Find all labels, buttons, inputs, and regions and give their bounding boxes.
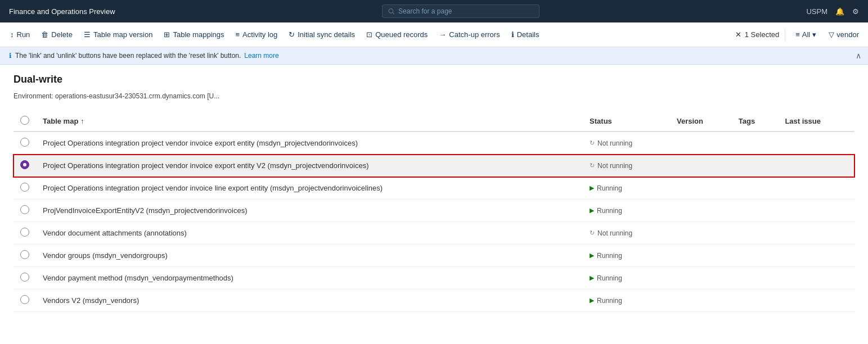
initial-sync-button[interactable]: ↻ Initial sync details bbox=[283, 22, 361, 47]
table-row[interactable]: Vendors V2 (msdyn_vendors)▶Running bbox=[14, 289, 854, 312]
row-radio-button[interactable] bbox=[20, 273, 29, 282]
version-cell bbox=[670, 222, 732, 245]
page-content: Dual-write Environment: operations-eastu… bbox=[0, 65, 868, 321]
run-button[interactable]: ↕ Run bbox=[5, 22, 35, 47]
row-radio-button[interactable] bbox=[20, 295, 29, 304]
row-radio-button[interactable] bbox=[20, 183, 29, 192]
tags-cell bbox=[732, 177, 779, 200]
selected-count: 1 Selected bbox=[745, 30, 779, 39]
tags-cell bbox=[732, 200, 779, 222]
row-checkbox-cell bbox=[14, 245, 36, 267]
close-selected-icon[interactable]: ✕ bbox=[735, 30, 741, 39]
status-text: Running bbox=[597, 252, 622, 260]
bell-icon[interactable]: 🔔 bbox=[835, 7, 844, 16]
table-row[interactable]: Vendor payment method (msdyn_vendorpayme… bbox=[14, 267, 854, 289]
tags-cell bbox=[732, 155, 779, 177]
table-map-version-icon: ☰ bbox=[84, 30, 91, 39]
table-row[interactable]: Vendor document attachments (annotations… bbox=[14, 222, 854, 245]
tags-cell bbox=[732, 289, 779, 312]
table-map-cell: Vendors V2 (msdyn_vendors) bbox=[36, 289, 583, 312]
filter-all-button[interactable]: ≡ All ▾ bbox=[791, 28, 821, 41]
status-text: Running bbox=[597, 184, 622, 192]
table-row[interactable]: Vendor groups (msdyn_vendorgroups)▶Runni… bbox=[14, 245, 854, 267]
details-button[interactable]: ℹ Details bbox=[506, 22, 545, 47]
global-search[interactable] bbox=[382, 4, 539, 18]
table-map-cell: ProjVendInvoiceExportEntityV2 (msdyn_pro… bbox=[36, 200, 583, 222]
version-cell bbox=[670, 177, 732, 200]
learn-more-link[interactable]: Learn more bbox=[244, 52, 278, 60]
last-issue-cell bbox=[778, 245, 854, 267]
details-icon: ℹ bbox=[511, 30, 514, 39]
status-cell: ↻Not running bbox=[583, 222, 670, 245]
version-cell bbox=[670, 267, 732, 289]
row-radio-button[interactable] bbox=[20, 250, 29, 259]
row-checkbox-cell bbox=[14, 222, 36, 245]
settings-icon[interactable]: ⚙ bbox=[852, 7, 859, 16]
queued-records-button[interactable]: ⊡ Queued records bbox=[361, 22, 433, 47]
running-icon: ▶ bbox=[590, 252, 594, 259]
catchup-errors-icon: → bbox=[439, 30, 446, 39]
row-radio-button[interactable] bbox=[20, 228, 29, 237]
toolbar: ↕ Run 🗑 Delete ☰ Table map version ⊞ Tab… bbox=[0, 22, 868, 47]
table-header-row: Table map ↑ Status Version Tags Last iss… bbox=[14, 111, 854, 132]
row-radio-button[interactable] bbox=[20, 138, 29, 147]
toolbar-divider bbox=[785, 28, 785, 42]
last-issue-cell bbox=[778, 200, 854, 222]
selected-badge: ✕ 1 Selected bbox=[735, 30, 779, 39]
info-icon: ℹ bbox=[9, 52, 12, 60]
info-bar-close-icon[interactable]: ∧ bbox=[856, 51, 861, 60]
table-map-cell: Vendor document attachments (annotations… bbox=[36, 222, 583, 245]
running-icon: ▶ bbox=[590, 207, 594, 214]
table-row[interactable]: Project Operations integration project v… bbox=[14, 132, 854, 155]
select-all-col bbox=[14, 111, 36, 132]
stopped-icon: ↻ bbox=[590, 162, 595, 169]
catchup-errors-button[interactable]: → Catch-up errors bbox=[433, 22, 505, 47]
activity-log-button[interactable]: ≡ Activity log bbox=[230, 22, 284, 47]
status-cell: ▶Running bbox=[583, 267, 670, 289]
table-mappings-button[interactable]: ⊞ Table mappings bbox=[158, 22, 230, 47]
running-icon: ▶ bbox=[590, 274, 594, 282]
row-checkbox-cell bbox=[14, 200, 36, 222]
queued-records-icon: ⊡ bbox=[366, 30, 372, 39]
status-cell: ▶Running bbox=[583, 177, 670, 200]
row-radio-button[interactable] bbox=[20, 160, 29, 169]
filter-vendor-button[interactable]: ▽ vendor bbox=[824, 28, 863, 41]
version-cell bbox=[670, 155, 732, 177]
table-map-cell: Project Operations integration project v… bbox=[36, 155, 583, 177]
status-text: Running bbox=[597, 297, 622, 305]
last-issue-cell bbox=[778, 177, 854, 200]
tags-cell bbox=[732, 267, 779, 289]
svg-line-1 bbox=[393, 12, 394, 14]
activity-log-icon: ≡ bbox=[236, 30, 240, 39]
table-row[interactable]: Project Operations integration project v… bbox=[14, 177, 854, 200]
status-text: Running bbox=[597, 207, 622, 215]
status-text: Not running bbox=[597, 162, 632, 170]
environment-label: Environment: operations-eastusur34-23053… bbox=[14, 92, 854, 100]
delete-button[interactable]: 🗑 Delete bbox=[35, 22, 78, 47]
version-cell bbox=[670, 245, 732, 267]
table-row[interactable]: Project Operations integration project v… bbox=[14, 155, 854, 177]
search-input[interactable] bbox=[398, 7, 533, 15]
table-map-version-button[interactable]: ☰ Table map version bbox=[78, 22, 159, 47]
last-issue-cell bbox=[778, 222, 854, 245]
row-checkbox-cell bbox=[14, 289, 36, 312]
select-all-checkbox[interactable] bbox=[20, 116, 29, 125]
info-message: The 'link' and 'unlink' buttons have bee… bbox=[15, 52, 241, 60]
last-issue-cell bbox=[778, 267, 854, 289]
last-issue-header: Last issue bbox=[778, 111, 854, 132]
row-checkbox-cell bbox=[14, 177, 36, 200]
row-radio-button[interactable] bbox=[20, 205, 29, 214]
status-cell: ↻Not running bbox=[583, 132, 670, 155]
status-cell: ↻Not running bbox=[583, 155, 670, 177]
status-header: Status bbox=[583, 111, 670, 132]
top-nav-right: USPM 🔔 ⚙ bbox=[806, 7, 859, 16]
table-mappings-icon: ⊞ bbox=[164, 30, 170, 39]
table-row[interactable]: ProjVendInvoiceExportEntityV2 (msdyn_pro… bbox=[14, 200, 854, 222]
table-map-header: Table map ↑ bbox=[36, 111, 583, 132]
last-issue-cell bbox=[778, 155, 854, 177]
tags-cell bbox=[732, 132, 779, 155]
dual-write-table: Table map ↑ Status Version Tags Last iss… bbox=[14, 111, 854, 312]
status-text: Not running bbox=[597, 139, 632, 147]
status-text: Running bbox=[597, 274, 622, 282]
last-issue-cell bbox=[778, 289, 854, 312]
